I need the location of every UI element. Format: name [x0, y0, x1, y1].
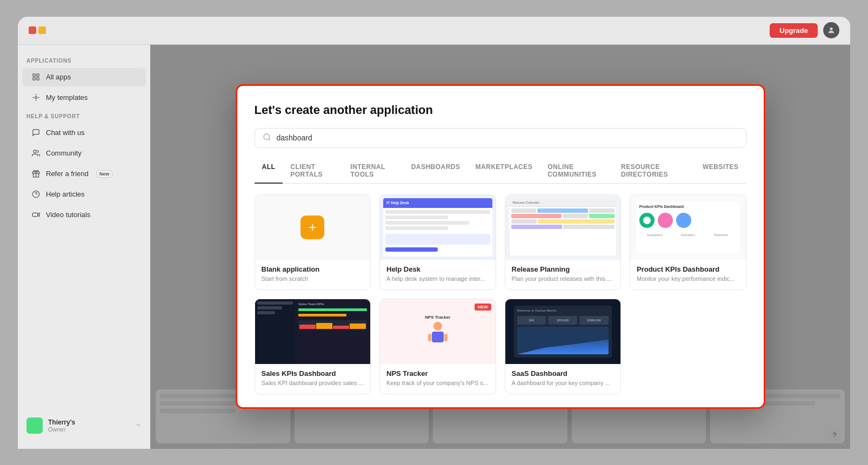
sidebar-item-refer[interactable]: Refer a friend New [22, 165, 146, 183]
saas-chart [517, 327, 609, 354]
template-card-sales[interactable]: Sales Team KPIs [255, 299, 371, 394]
saas-metric-1: $42 [517, 316, 546, 325]
topbar-right: Upgrade [770, 22, 839, 38]
top-bar: Upgrade [18, 17, 850, 45]
chevron-down-icon [135, 421, 142, 430]
template-card-helpdesk[interactable]: IT Help Desk [379, 194, 496, 290]
tab-all[interactable]: ALL [255, 159, 283, 184]
saas-card-info: SaaS Dashboard A dashboard for your key … [505, 364, 621, 394]
template-card-nps[interactable]: NEW NPS Tracker [379, 299, 496, 394]
template-card-release[interactable]: Release Calendar [505, 194, 622, 290]
saas-metric-2: $33,000 [548, 316, 577, 325]
kpis-inner: Product KPIs Dashboard [636, 201, 740, 253]
kpis-preview: Product KPIs Dashboard [630, 195, 746, 260]
tab-client-portals[interactable]: CLIENT PORTALS [283, 159, 343, 184]
my-templates-label: My templates [46, 93, 88, 102]
chat-icon [31, 128, 41, 138]
helpdesk-mini: IT Help Desk [383, 198, 492, 257]
modal-overlay: Let's create another application [150, 45, 850, 449]
template-card-saas[interactable]: Welcome to Startup Metrics $42 $33,000 [505, 299, 622, 394]
sales-sidebar-mini [255, 299, 296, 364]
saas-metric-3: $396,000 [579, 316, 609, 325]
release-title: Release Planning [512, 265, 615, 273]
helpdesk-body [383, 208, 492, 254]
logo-dot-yellow [38, 26, 46, 34]
kpis-desc: Monitor your key performance indic... [637, 275, 739, 283]
helpdesk-mini-title: IT Help Desk [386, 201, 409, 205]
sidebar-item-help[interactable]: Help articles [22, 185, 146, 204]
svg-point-12 [264, 134, 270, 140]
filter-tabs: ALL CLIENT PORTALS INTERNAL TOOLS DASHBO… [255, 159, 746, 184]
blank-card-info: Blank application Start from scratch [255, 260, 371, 289]
svg-point-6 [34, 150, 36, 153]
upgrade-button[interactable]: Upgrade [770, 23, 818, 38]
svg-point-5 [35, 97, 37, 99]
saas-chart-area [517, 338, 609, 354]
release-preview: Release Calendar [505, 195, 621, 260]
help-articles-label: Help articles [46, 190, 85, 198]
kpis-card-info: Product KPIs Dashboard Monitor your key … [630, 260, 746, 289]
user-avatar-top[interactable] [823, 22, 839, 38]
tab-dashboards[interactable]: DASHBOARDS [404, 159, 468, 184]
svg-point-0 [830, 28, 832, 30]
sidebar-item-all-apps[interactable]: All apps [22, 68, 146, 86]
help-icon [31, 190, 41, 199]
sidebar-item-my-templates[interactable]: My templates [22, 89, 146, 107]
search-icon [263, 133, 271, 143]
tab-online-communities[interactable]: ONLINE COMMUNITIES [540, 159, 613, 184]
sales-content-mini: Sales Team KPIs [295, 299, 370, 364]
device-frame: Upgrade APPLICATIONS All apps [18, 17, 850, 449]
community-label: Community [46, 149, 82, 157]
nps-desc: Keep track of your company's NPS s... [386, 379, 489, 387]
tab-websites[interactable]: WEBSITES [695, 159, 746, 184]
helpdesk-desc: A help desk system to manage inter... [386, 275, 489, 283]
saas-desc: A dashboard for your key company ... [512, 379, 615, 387]
sidebar: APPLICATIONS All apps My templates [18, 45, 150, 449]
nps-preview: NEW NPS Tracker [380, 299, 496, 364]
tab-resource-directories[interactable]: RESOURCE DIRECTORIES [613, 159, 695, 184]
sales-preview: Sales Team KPIs [255, 299, 371, 364]
blank-desc: Start from scratch [262, 275, 364, 283]
template-icon [31, 93, 41, 103]
content-area: Let's create another application [150, 45, 850, 449]
sidebar-footer[interactable]: Thierry's Owner [18, 411, 150, 440]
video-icon [31, 210, 41, 220]
tab-internal-tools[interactable]: INTERNAL TOOLS [343, 159, 403, 184]
help-section-label: HELP & SUPPORT [18, 109, 150, 122]
sidebar-item-video[interactable]: Video tutorials [22, 206, 146, 224]
gift-icon [31, 169, 41, 179]
helpdesk-title: Help Desk [386, 265, 489, 273]
user-avatar-sidebar [26, 417, 43, 434]
svg-rect-4 [36, 78, 38, 80]
tab-marketplaces[interactable]: MARKETPLACES [468, 159, 540, 184]
template-card-blank[interactable]: + Blank application Start from scratch [255, 194, 371, 290]
user-role: Owner [48, 426, 130, 433]
plus-button: + [301, 215, 324, 239]
search-input[interactable] [277, 133, 738, 142]
svg-rect-3 [32, 78, 35, 80]
template-grid: + Blank application Start from scratch [255, 194, 746, 395]
kpis-title: Product KPIs Dashboard [637, 265, 739, 273]
sidebar-item-chat[interactable]: Chat with us [22, 124, 146, 142]
main-area: APPLICATIONS All apps My templates [18, 45, 850, 449]
search-bar[interactable] [255, 128, 746, 148]
modal-title: Let's create another application [255, 103, 746, 117]
nps-card-info: NPS Tracker Keep track of your company's… [380, 364, 496, 394]
sales-card-info: Sales KPIs Dashboard Sales KPI dashboard… [255, 364, 371, 394]
sales-title: Sales KPIs Dashboard [262, 369, 364, 378]
sales-inner: Sales Team KPIs [255, 299, 371, 364]
blank-title: Blank application [262, 265, 364, 273]
all-apps-label: All apps [46, 73, 71, 81]
svg-line-13 [269, 139, 270, 140]
helpdesk-preview: IT Help Desk [380, 195, 496, 260]
sidebar-item-community[interactable]: Community [22, 144, 146, 163]
release-desc: Plan your product releases with this ... [512, 275, 615, 283]
modal-content: Let's create another application [237, 86, 764, 408]
refer-label: Refer a friend [46, 170, 89, 178]
community-icon [31, 149, 41, 158]
user-info: Thierry's Owner [48, 419, 130, 433]
logo-dot-red [29, 26, 36, 34]
new-badge: New [96, 170, 113, 178]
applications-section-label: APPLICATIONS [18, 53, 150, 66]
template-card-kpis[interactable]: Product KPIs Dashboard [630, 194, 746, 290]
